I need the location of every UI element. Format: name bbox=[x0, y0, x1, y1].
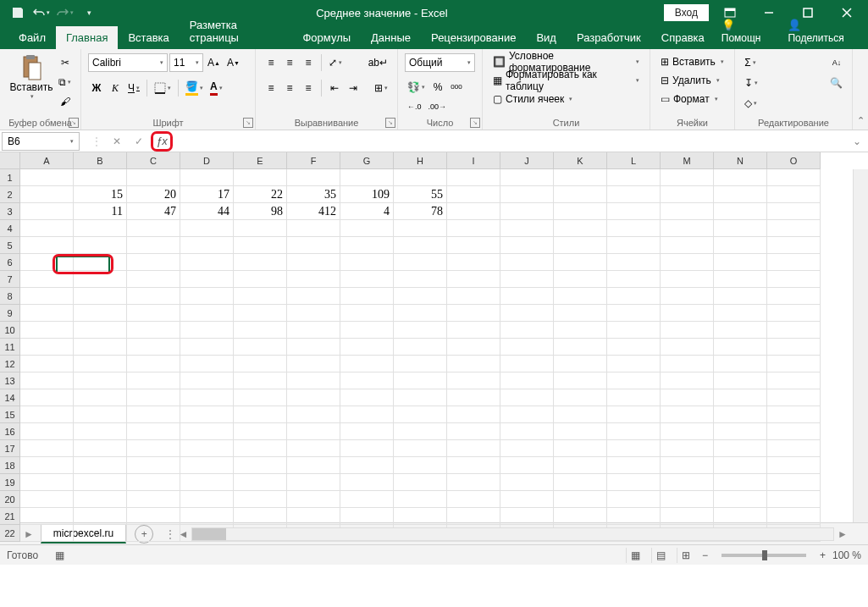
column-header[interactable]: G bbox=[340, 152, 394, 169]
cell[interactable] bbox=[447, 288, 500, 305]
cell[interactable] bbox=[714, 423, 767, 440]
cell[interactable]: 78 bbox=[394, 203, 447, 220]
cell[interactable] bbox=[394, 474, 447, 491]
cell[interactable] bbox=[714, 339, 767, 356]
cell[interactable] bbox=[714, 389, 767, 406]
cell[interactable] bbox=[714, 491, 767, 508]
cell[interactable] bbox=[340, 356, 394, 372]
cell[interactable] bbox=[74, 389, 127, 406]
clipboard-launcher-icon[interactable]: ↘ bbox=[69, 118, 79, 128]
cell[interactable] bbox=[661, 322, 714, 339]
cell[interactable] bbox=[287, 372, 340, 389]
cell[interactable] bbox=[447, 406, 500, 423]
cell[interactable] bbox=[607, 322, 661, 339]
bold-button[interactable]: Ж bbox=[88, 79, 105, 97]
cell[interactable] bbox=[661, 372, 714, 389]
signin-button[interactable]: Вход bbox=[664, 4, 709, 21]
row-headers[interactable]: 12345678910111213141516171819202122 bbox=[0, 169, 20, 542]
cell[interactable] bbox=[394, 491, 447, 508]
cell[interactable] bbox=[554, 423, 607, 440]
row-header[interactable]: 7 bbox=[0, 271, 19, 288]
cell[interactable] bbox=[127, 406, 180, 423]
row-header[interactable]: 17 bbox=[0, 440, 19, 457]
decrease-indent-icon[interactable]: ⇤ bbox=[326, 79, 343, 97]
column-header[interactable]: A bbox=[20, 152, 74, 169]
cell[interactable] bbox=[767, 305, 821, 322]
collapse-ribbon-icon[interactable]: ⌃ bbox=[857, 115, 865, 126]
cell[interactable] bbox=[767, 474, 821, 491]
cell[interactable] bbox=[287, 406, 340, 423]
cell[interactable] bbox=[767, 372, 821, 389]
decrease-font-icon[interactable]: A▼ bbox=[224, 53, 242, 72]
cell[interactable] bbox=[500, 322, 554, 339]
cell[interactable] bbox=[767, 491, 821, 508]
cell[interactable] bbox=[340, 474, 394, 491]
row-header[interactable]: 20 bbox=[0, 491, 19, 508]
cell[interactable] bbox=[767, 288, 821, 305]
cell[interactable] bbox=[20, 322, 74, 339]
cell[interactable] bbox=[500, 491, 554, 508]
currency-icon[interactable]: 💱▾ bbox=[405, 78, 428, 97]
increase-font-icon[interactable]: A▲ bbox=[205, 53, 223, 72]
cell[interactable] bbox=[607, 440, 661, 457]
cell[interactable] bbox=[127, 474, 180, 491]
cell[interactable] bbox=[447, 169, 500, 186]
row-header[interactable]: 13 bbox=[0, 372, 19, 389]
cell[interactable] bbox=[447, 186, 500, 203]
cell[interactable] bbox=[607, 186, 661, 203]
cell[interactable] bbox=[554, 271, 607, 288]
cell[interactable] bbox=[127, 254, 180, 271]
cell[interactable] bbox=[661, 508, 714, 525]
cell[interactable] bbox=[500, 508, 554, 525]
cell[interactable] bbox=[180, 508, 234, 525]
cell[interactable] bbox=[74, 305, 127, 322]
cell[interactable] bbox=[20, 389, 74, 406]
cell[interactable] bbox=[180, 322, 234, 339]
cell[interactable] bbox=[287, 474, 340, 491]
cell[interactable] bbox=[554, 339, 607, 356]
expand-formula-icon[interactable]: ⌄ bbox=[848, 135, 866, 147]
cell[interactable] bbox=[447, 203, 500, 220]
cell[interactable] bbox=[74, 356, 127, 372]
cell[interactable] bbox=[20, 237, 74, 254]
cell[interactable] bbox=[661, 423, 714, 440]
cell[interactable] bbox=[287, 440, 340, 457]
cell[interactable] bbox=[234, 322, 287, 339]
cell[interactable] bbox=[74, 372, 127, 389]
row-header[interactable]: 10 bbox=[0, 322, 19, 339]
cell[interactable] bbox=[554, 406, 607, 423]
cell[interactable] bbox=[20, 440, 74, 457]
cell[interactable] bbox=[234, 372, 287, 389]
cell[interactable] bbox=[394, 220, 447, 237]
cell[interactable] bbox=[554, 237, 607, 254]
cell[interactable] bbox=[607, 457, 661, 474]
row-header[interactable]: 2 bbox=[0, 186, 19, 203]
orientation-icon[interactable]: ⤢▾ bbox=[326, 53, 345, 72]
cell[interactable] bbox=[394, 423, 447, 440]
cell[interactable] bbox=[607, 288, 661, 305]
cell[interactable]: 4 bbox=[340, 203, 394, 220]
column-header[interactable]: O bbox=[767, 152, 821, 169]
delete-cells-button[interactable]: ⊟Удалить▾ bbox=[657, 71, 727, 90]
cell[interactable] bbox=[607, 356, 661, 372]
cell[interactable] bbox=[554, 322, 607, 339]
cell[interactable] bbox=[447, 457, 500, 474]
cell[interactable] bbox=[20, 203, 74, 220]
font-name-combo[interactable]: Calibri▾ bbox=[88, 53, 168, 72]
cell[interactable] bbox=[447, 508, 500, 525]
cell[interactable] bbox=[447, 440, 500, 457]
cell[interactable] bbox=[661, 220, 714, 237]
cell[interactable] bbox=[234, 440, 287, 457]
cell[interactable] bbox=[500, 423, 554, 440]
cell[interactable] bbox=[20, 508, 74, 525]
fill-color-icon[interactable]: 🪣▾ bbox=[183, 79, 206, 97]
cell[interactable] bbox=[340, 440, 394, 457]
page-layout-view-icon[interactable]: ▤ bbox=[651, 548, 670, 563]
cell[interactable] bbox=[607, 508, 661, 525]
cell[interactable] bbox=[20, 372, 74, 389]
cell[interactable] bbox=[661, 186, 714, 203]
qat-customize-icon[interactable]: ▾ bbox=[78, 2, 100, 24]
cell[interactable] bbox=[127, 322, 180, 339]
cell[interactable] bbox=[74, 491, 127, 508]
insert-function-icon[interactable]: ƒx bbox=[151, 131, 173, 152]
